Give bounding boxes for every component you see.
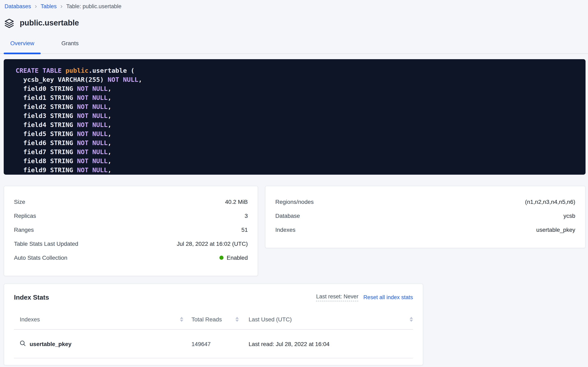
column-label: Last Used (UTC): [248, 316, 292, 323]
page-header: public.usertable: [4, 18, 588, 28]
breadcrumb-link-databases[interactable]: Databases: [5, 3, 31, 9]
status-text: Enabled: [227, 254, 248, 261]
stat-value: 51: [241, 226, 248, 233]
chevron-right-icon: ›: [35, 3, 37, 9]
stat-label: Table Stats Last Updated: [14, 241, 78, 247]
search-icon: [20, 340, 26, 348]
index-stats-header: Index Stats Last reset: Never Reset all …: [4, 284, 423, 301]
page-title: public.usertable: [20, 18, 79, 27]
stat-label: Size: [14, 199, 25, 205]
stat-value: usertable_pkey: [536, 226, 575, 233]
stat-label: Ranges: [14, 226, 34, 233]
stat-value: (n1,n2,n3,n4,n5,n6): [525, 199, 575, 205]
tab-bar: Overview Grants: [0, 40, 588, 54]
summary-cards: Size 40.2 MiB Replicas 3 Ranges 51 Table…: [4, 186, 586, 276]
column-header-indexes[interactable]: Indexes: [14, 316, 191, 323]
reset-index-stats-link[interactable]: Reset all index stats: [363, 294, 413, 300]
index-stats-actions: Last reset: Never Reset all index stats: [316, 293, 413, 301]
stat-label: Regions/nodes: [275, 199, 314, 205]
table-details-card: Size 40.2 MiB Replicas 3 Ranges 51 Table…: [4, 186, 258, 276]
stat-row-stats-updated: Table Stats Last Updated Jul 28, 2022 at…: [14, 237, 248, 251]
stat-value: ycsb: [563, 212, 575, 219]
stat-row-database: Database ycsb: [275, 209, 575, 223]
index-stats-card: Index Stats Last reset: Never Reset all …: [4, 284, 423, 365]
column-label: Indexes: [20, 316, 40, 323]
status-dot-green-icon: [219, 256, 223, 260]
stat-value: 3: [244, 212, 248, 219]
sort-arrows-icon[interactable]: [235, 317, 239, 322]
create-table-statement: CREATE TABLE public.usertable ( ycsb_key…: [4, 59, 586, 175]
index-name: usertable_pkey: [30, 341, 72, 347]
stat-row-replicas: Replicas 3: [14, 209, 248, 223]
stat-row-regions: Regions/nodes (n1,n2,n3,n4,n5,n6): [275, 195, 575, 209]
breadcrumb-link-tables[interactable]: Tables: [41, 3, 57, 9]
stat-row-ranges: Ranges 51: [14, 223, 248, 237]
breadcrumb: Databases › Tables › Table: public.usert…: [0, 0, 588, 9]
table-detail-page: Databases › Tables › Table: public.usert…: [0, 0, 588, 367]
stat-label: Replicas: [14, 212, 36, 219]
column-label: Total Reads: [191, 316, 222, 323]
tab-overview[interactable]: Overview: [10, 40, 34, 53]
stat-label: Database: [275, 212, 300, 219]
breadcrumb-current: Table: public.usertable: [66, 3, 121, 9]
stat-label: Indexes: [275, 226, 295, 233]
table-header-row: Indexes Total Reads Last Used (UTC): [14, 314, 413, 330]
stack-icon: [4, 18, 14, 28]
stat-row-auto-stats: Auto Stats Collection Enabled: [14, 251, 248, 265]
stat-value: 40.2 MiB: [225, 199, 248, 205]
column-header-last-used[interactable]: Last Used (UTC): [248, 316, 413, 323]
regions-card: Regions/nodes (n1,n2,n3,n4,n5,n6) Databa…: [265, 186, 586, 248]
stat-row-size: Size 40.2 MiB: [14, 195, 248, 209]
column-header-total-reads[interactable]: Total Reads: [191, 316, 248, 323]
sort-arrows-icon[interactable]: [410, 317, 413, 322]
index-name-cell[interactable]: usertable_pkey: [14, 340, 191, 348]
table-row: usertable_pkey 149647 Last read: Jul 28,…: [14, 330, 413, 358]
sort-arrows-icon[interactable]: [180, 317, 183, 322]
stat-value: Jul 28, 2022 at 16:02 (UTC): [177, 241, 248, 247]
stat-label: Auto Stats Collection: [14, 254, 67, 261]
total-reads-cell: 149647: [191, 341, 248, 347]
last-reset-label[interactable]: Last reset: Never: [316, 293, 358, 301]
chevron-right-icon: ›: [60, 3, 63, 9]
stat-value: Enabled: [219, 254, 248, 261]
index-stats-title: Index Stats: [14, 294, 49, 301]
tab-grants[interactable]: Grants: [61, 40, 79, 53]
stat-row-indexes: Indexes usertable_pkey: [275, 223, 575, 237]
index-stats-table: Indexes Total Reads Last Used (UTC): [14, 314, 413, 358]
last-used-cell: Last read: Jul 28, 2022 at 16:04: [248, 341, 413, 347]
